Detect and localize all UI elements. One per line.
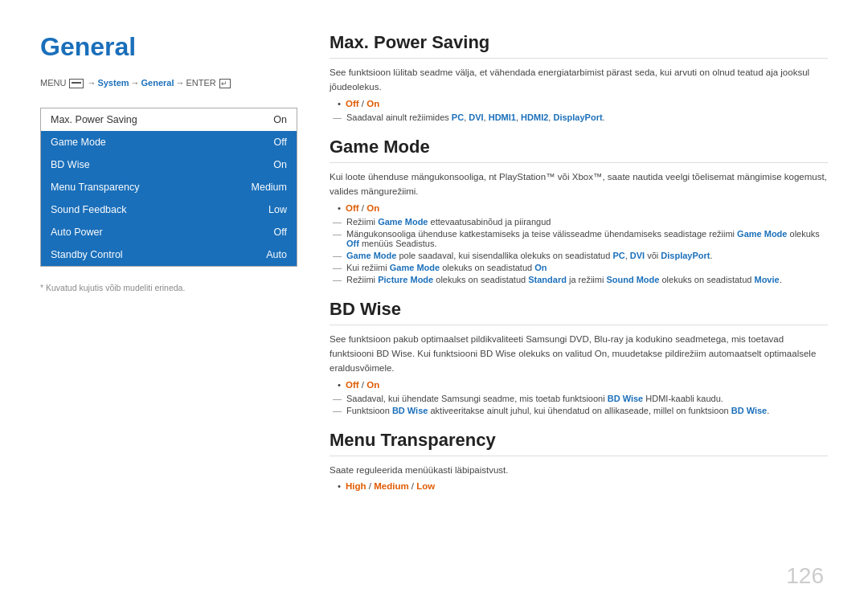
dash-item: Game Mode pole saadaval, kui sisendallik…: [330, 251, 828, 260]
menu-item-value: On: [273, 159, 287, 170]
menu-icon: [69, 79, 84, 88]
bullet-item: Off / On: [338, 99, 828, 108]
menu-item[interactable]: Auto PowerOff: [41, 221, 297, 243]
path-arrow2: →: [131, 78, 140, 88]
dash-item: Mängukonsooliga ühenduse katkestamiseks …: [330, 229, 828, 248]
menu-item-value: Low: [268, 204, 287, 215]
menu-item-label: Max. Power Saving: [51, 114, 137, 125]
content-section-menu-transparency: Menu TransparencySaate reguleerida menüü…: [330, 430, 828, 495]
menu-item[interactable]: BD WiseOn: [41, 153, 297, 176]
enter-icon: [219, 79, 231, 88]
dash-item: Saadaval ainult režiimides PC, DVI, HDMI…: [330, 112, 828, 122]
footnote: Kuvatud kujutis võib mudeliti erineda.: [40, 283, 297, 292]
menu-item-label: Auto Power: [51, 227, 103, 238]
dash-item: Režiimi Game Mode ettevaatusabinõud ja p…: [330, 217, 828, 227]
menu-item-value: Off: [274, 227, 287, 238]
dash-item: Kui režiimi Game Mode olekuks on seadist…: [330, 263, 828, 272]
menu-item[interactable]: Sound FeedbackLow: [41, 198, 297, 221]
menu-item-value: Auto: [266, 249, 287, 260]
path-arrow3: →: [176, 78, 185, 88]
menu-item-label: BD Wise: [51, 159, 90, 170]
right-panel: Max. Power SavingSee funktsioon lülitab …: [330, 32, 828, 581]
dash-item: Režiimi Picture Mode olekuks on seadista…: [330, 275, 828, 284]
menu-path: MENU → System → General → ENTER: [40, 78, 297, 88]
content-title: Max. Power Saving: [330, 32, 828, 59]
menu-label: MENU: [40, 78, 66, 88]
content-body: See funktsioon pakub optimaalset pildikv…: [330, 332, 828, 376]
bullet-item: Off / On: [338, 203, 828, 213]
menu-item[interactable]: Menu TransparencyMedium: [41, 176, 297, 198]
path-arrow1: →: [87, 78, 96, 88]
left-panel: General MENU → System → General → ENTER …: [40, 32, 297, 581]
menu-item[interactable]: Game ModeOff: [41, 131, 297, 153]
page-number: 126: [786, 563, 824, 589]
content-body: See funktsioon lülitab seadme välja, et …: [330, 65, 828, 95]
content-body: Saate reguleerida menüükasti läbipaistvu…: [330, 463, 828, 477]
enter-label: ENTER: [186, 78, 216, 88]
dash-item: Saadaval, kui ühendate Samsungi seadme, …: [330, 394, 828, 403]
section-title: General: [40, 32, 297, 62]
menu-item[interactable]: Max. Power SavingOn: [41, 108, 297, 131]
dash-item: Funktsioon BD Wise aktiveeritakse ainult…: [330, 406, 828, 415]
content-section-bd-wise: BD WiseSee funktsioon pakub optimaalset …: [330, 299, 828, 415]
content-section-game-mode: Game ModeKui loote ühenduse mängukonsool…: [330, 137, 828, 284]
content-title: Game Mode: [330, 137, 828, 163]
content-body: Kui loote ühenduse mängukonsooliga, nt P…: [330, 170, 828, 199]
menu-item-label: Menu Transparency: [51, 182, 139, 193]
menu-item[interactable]: Standby ControlAuto: [41, 243, 297, 266]
bullet-item: Off / On: [338, 380, 828, 390]
menu-item-label: Game Mode: [51, 137, 106, 148]
content-title: BD Wise: [330, 299, 828, 325]
menu-item-value: Off: [274, 137, 287, 148]
menu-list: Max. Power SavingOnGame ModeOffBD WiseOn…: [40, 108, 297, 267]
menu-item-label: Sound Feedback: [51, 204, 127, 215]
bullet-item: High / Medium / Low: [338, 481, 828, 491]
system-label: System: [97, 78, 129, 88]
general-label: General: [141, 78, 174, 88]
content-section-max-power-saving: Max. Power SavingSee funktsioon lülitab …: [330, 32, 828, 122]
menu-item-label: Standby Control: [51, 249, 123, 260]
content-title: Menu Transparency: [330, 430, 828, 456]
menu-item-value: Medium: [252, 182, 287, 193]
menu-item-value: On: [273, 114, 287, 125]
